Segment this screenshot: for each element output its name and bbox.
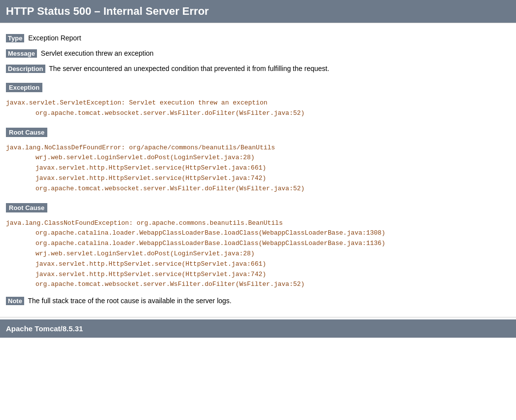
exception-line-1: javax.servlet.ServletException: Servlet …	[6, 98, 510, 108]
page-header: HTTP Status 500 – Internal Server Error	[0, 0, 516, 23]
description-row: Description The server encountered an un…	[6, 64, 510, 74]
root-cause-2-stack-line: org.apache.catalina.loader.WebappClassLo…	[6, 239, 510, 249]
type-label: Type	[6, 34, 24, 42]
root-cause-1-section: Root Cause java.lang.NoClassDefFoundErro…	[6, 124, 510, 194]
exception-code: javax.servlet.ServletException: Servlet …	[6, 98, 510, 119]
main-content: Type Exception Report Message Servlet ex…	[0, 23, 516, 317]
exception-line-2: org.apache.tomcat.websocket.server.WsFil…	[6, 108, 510, 119]
bottom-divider	[0, 317, 516, 317]
root-cause-2-stack-line: org.apache.tomcat.websocket.server.WsFil…	[6, 280, 510, 290]
root-cause-2-lines: org.apache.catalina.loader.WebappClassLo…	[6, 228, 510, 290]
root-cause-1-stack-line: javax.servlet.http.HttpServlet.service(H…	[6, 174, 510, 184]
root-cause-1-stack-line: javax.servlet.http.HttpServlet.service(H…	[6, 163, 510, 174]
root-cause-2-label: Root Cause	[6, 203, 47, 212]
root-cause-2-stack-line: javax.servlet.http.HttpServlet.service(H…	[6, 259, 510, 270]
footer-text: Apache Tomcat/8.5.31	[6, 324, 83, 333]
root-cause-1-line1: java.lang.NoClassDefFoundError: org/apac…	[6, 143, 510, 153]
description-value: The server encountered an unexpected con…	[49, 65, 329, 72]
root-cause-1-stack-line: wrj.web.servlet.LoginServlet.doPost(Logi…	[6, 153, 510, 163]
type-value: Exception Report	[28, 34, 81, 42]
root-cause-2-section: Root Cause java.lang.ClassNotFoundExcept…	[6, 199, 510, 290]
message-label: Message	[6, 49, 37, 58]
root-cause-2-code: java.lang.ClassNotFoundException: org.ap…	[6, 218, 510, 290]
root-cause-2-stack-line: javax.servlet.http.HttpServlet.service(H…	[6, 270, 510, 280]
note-label: Note	[6, 297, 24, 305]
page-title: HTTP Status 500 – Internal Server Error	[6, 5, 510, 18]
root-cause-1-code: java.lang.NoClassDefFoundError: org/apac…	[6, 143, 510, 194]
message-value: Servlet execution threw an exception	[41, 49, 154, 57]
root-cause-2-stack-line: wrj.web.servlet.LoginServlet.doPost(Logi…	[6, 249, 510, 259]
description-label: Description	[6, 65, 45, 73]
root-cause-1-lines: wrj.web.servlet.LoginServlet.doPost(Logi…	[6, 153, 510, 194]
exception-section: Exception javax.servlet.ServletException…	[6, 79, 510, 119]
type-row: Type Exception Report	[6, 33, 510, 43]
root-cause-2-line1: java.lang.ClassNotFoundException: org.ap…	[6, 218, 510, 229]
root-cause-1-label: Root Cause	[6, 128, 47, 137]
exception-label: Exception	[6, 83, 42, 92]
root-cause-2-stack-line: org.apache.catalina.loader.WebappClassLo…	[6, 228, 510, 239]
message-row: Message Servlet execution threw an excep…	[6, 48, 510, 59]
note-row: Note The full stack trace of the root ca…	[6, 296, 510, 306]
page-footer: Apache Tomcat/8.5.31	[0, 319, 516, 338]
root-cause-1-stack-line: org.apache.tomcat.websocket.server.WsFil…	[6, 184, 510, 194]
note-value: The full stack trace of the root cause i…	[28, 297, 232, 305]
